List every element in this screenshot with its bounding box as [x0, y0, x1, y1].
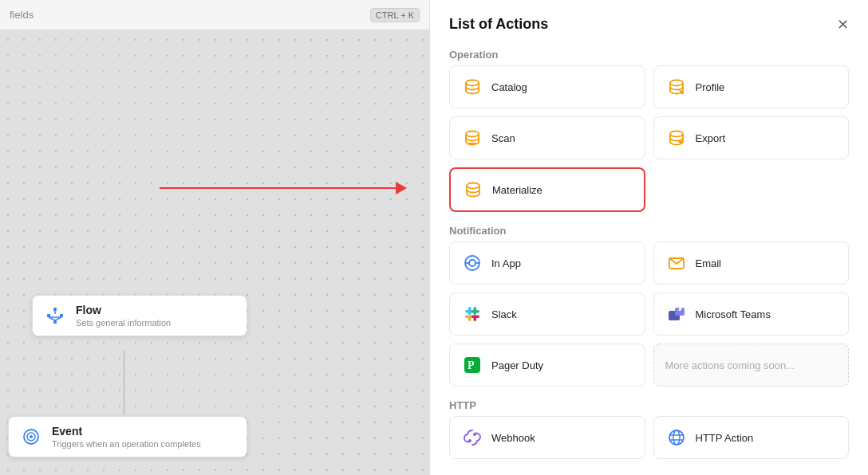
svg-text:P: P: [468, 359, 475, 371]
action-card-webhook[interactable]: Webhook: [449, 416, 645, 459]
arrow-container: [160, 179, 429, 195]
section-label-http: HTTP: [449, 399, 849, 411]
svg-point-15: [681, 91, 684, 94]
email-label: Email: [696, 257, 722, 269]
action-card-profile[interactable]: Profile: [653, 65, 850, 108]
svg-point-21: [467, 183, 479, 189]
svg-point-12: [466, 80, 479, 86]
slack-icon: [461, 303, 483, 325]
webhook-label: Webhook: [491, 432, 535, 444]
catalog-icon: [461, 76, 483, 98]
action-card-materialize[interactable]: Materialize: [449, 167, 645, 212]
svg-point-18: [670, 132, 683, 137]
connector-line: [124, 351, 124, 414]
flow-node[interactable]: Flow Sets general information: [32, 295, 247, 336]
export-icon: [665, 127, 688, 149]
coming-soon-label: More actions coming soon...: [665, 359, 795, 371]
action-card-export[interactable]: Export: [653, 116, 850, 159]
action-card-email[interactable]: Email: [653, 241, 850, 285]
arrow-head: [396, 182, 407, 194]
msteams-icon: T: [665, 303, 688, 325]
materialize-label: Materialize: [492, 184, 542, 196]
action-card-inapp[interactable]: In App: [449, 241, 645, 285]
slack-label: Slack: [491, 308, 517, 320]
action-card-httpaction[interactable]: HTTP Action: [653, 416, 850, 459]
svg-rect-30: [471, 310, 479, 313]
panel-header: List of Actions ✕: [449, 16, 849, 33]
event-icon: [20, 426, 42, 448]
export-label: Export: [696, 132, 726, 144]
catalog-label: Catalog: [491, 81, 527, 93]
action-card-coming-soon: More actions coming soon...: [653, 343, 850, 387]
materialize-icon: [462, 179, 484, 201]
pagerduty-label: Pager Duty: [491, 359, 543, 371]
action-card-slack[interactable]: Slack: [449, 292, 645, 336]
flow-icon: [44, 304, 66, 327]
pagerduty-icon: P: [461, 354, 483, 376]
svg-point-41: [468, 439, 471, 442]
event-title: Event: [52, 425, 201, 438]
webhook-icon: [461, 426, 483, 449]
search-text: fields: [10, 9, 34, 21]
svg-point-43: [669, 430, 684, 445]
svg-point-11: [30, 435, 33, 438]
httpaction-icon: [665, 426, 688, 449]
httpaction-label: HTTP Action: [696, 432, 754, 444]
http-grid: Webhook HTTP Action: [449, 416, 849, 459]
panel-title: List of Actions: [449, 16, 548, 33]
flow-subtitle: Sets general information: [76, 318, 171, 328]
section-label-operation: Operation: [449, 49, 849, 61]
search-bar[interactable]: fields CTRL + K: [0, 0, 429, 30]
action-card-pagerduty[interactable]: P Pager Duty: [449, 343, 645, 387]
profile-icon: [665, 76, 688, 98]
event-subtitle: Triggers when an operation completes: [52, 439, 201, 449]
event-node-text: Event Triggers when an operation complet…: [52, 425, 201, 449]
email-icon: [665, 252, 688, 274]
scan-label: Scan: [491, 132, 515, 144]
svg-point-42: [473, 433, 476, 436]
notification-grid: In App Email: [449, 241, 849, 387]
actions-panel: List of Actions ✕ Operation Catalog: [429, 0, 868, 475]
msteams-label: Microsoft Teams: [696, 308, 771, 320]
inapp-icon: [461, 252, 483, 274]
action-card-catalog[interactable]: Catalog: [449, 65, 645, 108]
svg-point-23: [469, 260, 475, 266]
event-node[interactable]: Event Triggers when an operation complet…: [8, 416, 247, 457]
section-label-notification: Notification: [449, 225, 849, 237]
shortcut-badge: CTRL + K: [370, 8, 420, 22]
profile-label: Profile: [696, 81, 725, 93]
svg-rect-0: [53, 308, 57, 311]
svg-point-13: [670, 80, 683, 86]
svg-rect-34: [471, 316, 479, 319]
close-button[interactable]: ✕: [837, 18, 849, 32]
flow-title: Flow: [76, 304, 171, 316]
flow-node-text: Flow Sets general information: [76, 304, 171, 328]
svg-point-44: [673, 430, 680, 445]
action-card-msteams[interactable]: T Microsoft Teams: [653, 292, 850, 336]
scan-icon: [461, 127, 483, 149]
operation-grid: Catalog Profile: [449, 65, 849, 212]
arrow-line: [160, 187, 399, 189]
svg-point-16: [466, 132, 479, 137]
inapp-label: In App: [491, 257, 521, 269]
svg-rect-3: [53, 320, 57, 324]
canvas-area: fields CTRL + K Flow Sets general inform…: [0, 0, 429, 475]
action-card-scan[interactable]: Scan: [449, 116, 645, 159]
